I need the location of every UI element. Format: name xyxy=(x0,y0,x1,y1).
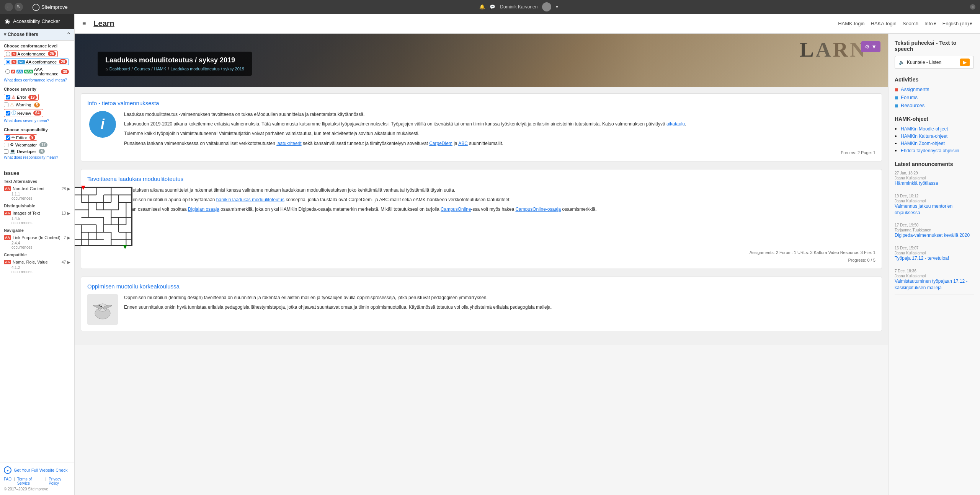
ann3-link[interactable]: Digipeda-valmennukset kevällä 2020 xyxy=(895,232,974,239)
breadcrumb-page[interactable]: Laadukas moduulitoteutus / syksy 2019 xyxy=(170,67,244,71)
info-circle-icon: i xyxy=(89,111,116,138)
webmaster-checkbox[interactable] xyxy=(4,143,8,147)
faq-link[interactable]: FAQ xyxy=(4,477,11,485)
ann1-link[interactable]: Hämminkiä työtilassa xyxy=(895,180,974,187)
language-dropdown[interactable]: English (en) ▾ xyxy=(942,21,972,26)
images-of-text-item[interactable]: AA Images of Text 13 ▶ xyxy=(4,210,70,217)
ann2-link[interactable]: Valmennus jatkuu mentorien ohjauksessa xyxy=(895,203,974,216)
privacy-link[interactable]: Privacy Policy xyxy=(49,477,70,485)
section1-link[interactable]: Info - tietoa valmennuksesta xyxy=(87,100,875,106)
browser-logo: ◯ Siteimprove xyxy=(32,3,68,11)
hamk-login-link[interactable]: HAMK-login xyxy=(838,21,864,26)
right-sidebar: Teksti puheeksi - Text to speech 🔈 Kuunt… xyxy=(888,34,980,495)
hamkin-link[interactable]: hamkin laadukas moduulitoteutus xyxy=(216,197,284,202)
section2-link[interactable]: Tavoitteena laadukas moduulitoteutus xyxy=(87,176,875,182)
aaa-badge-aaa: AAA xyxy=(24,70,33,73)
resources-activity: ◼ Resources xyxy=(895,103,974,108)
assignments-link[interactable]: Assignments xyxy=(901,86,929,92)
hamk-kaltura-link[interactable]: HAMKin Kaltura-ohjeet xyxy=(901,134,947,139)
non-text-content-item[interactable]: AA Non-text Content 28 ▶ xyxy=(4,185,70,192)
digiajan-link[interactable]: Digiajan osaaja xyxy=(188,207,219,212)
severity-help-link[interactable]: What does severity mean? xyxy=(4,119,70,123)
bird-svg xyxy=(89,296,116,323)
ann4-link[interactable]: Työpaja 17.12 - tervetuloa! xyxy=(895,255,974,262)
browser-close-button[interactable]: × xyxy=(970,4,975,10)
review-checkbox[interactable] xyxy=(6,111,10,116)
warning-label: Warning xyxy=(16,103,31,107)
notification-icon[interactable]: 🔔 xyxy=(479,4,485,10)
editor-checkbox[interactable] xyxy=(6,135,10,140)
editor-responsibility-item[interactable]: ✏ Editor 9 xyxy=(4,134,70,141)
aaa-conformance-item[interactable]: A AA AAA AAA conformance 38 xyxy=(4,67,70,77)
images-label: Images of Text xyxy=(13,211,40,215)
responsibility-help-link[interactable]: What does responsibility mean? xyxy=(4,155,70,160)
campusonline1-link[interactable]: CampusOnline xyxy=(441,207,471,212)
filter-toggle[interactable]: ▿ Choose filters ⌃ xyxy=(0,29,74,41)
aa-conformance-radio[interactable] xyxy=(6,60,10,64)
warning-icon: ⚠ xyxy=(10,102,14,107)
developer-responsibility-item[interactable]: 💻 Developer 4 xyxy=(4,149,70,154)
aaa-conformance-radio[interactable] xyxy=(5,69,10,74)
a-conformance-item[interactable]: A A conformance 25 xyxy=(4,50,70,57)
full-check-link[interactable]: ● Get Your Full Website Check xyxy=(4,466,70,474)
name-role-item[interactable]: AA Name, Role, Value 47 ▶ xyxy=(4,259,70,265)
forums-icon: ◼ xyxy=(895,95,898,100)
tts-play-button[interactable]: ▶ xyxy=(960,59,970,66)
navigable-category: Navigable AA Link Purpose (In Context) 7… xyxy=(4,228,70,249)
haka-login-link[interactable]: HAKA-login xyxy=(871,21,897,26)
issues-section: Issues Text Alternatives AA Non-text Con… xyxy=(0,167,74,280)
footer-links: FAQ | Terms of Service | Privacy Policy xyxy=(4,477,70,485)
hamk-moodle-link[interactable]: HAMKin Moodle-ohjeet xyxy=(901,126,948,132)
breadcrumb-dashboard[interactable]: Dashboard xyxy=(109,67,130,71)
resources-link[interactable]: Resources xyxy=(901,103,924,108)
non-text-sub: 1.1.1 xyxy=(11,192,70,196)
center-content: L A R N Laadukas moduulitoteutus / syksy… xyxy=(75,34,888,495)
campusonline2-link[interactable]: CampusOnline-osaaja xyxy=(515,207,561,212)
back-button[interactable]: ← xyxy=(5,3,13,11)
a-badge: A xyxy=(11,52,16,56)
error-checkbox[interactable] xyxy=(6,95,10,99)
breadcrumb-courses[interactable]: Courses xyxy=(134,67,150,71)
filter-section-label: ▿ Choose filters xyxy=(4,32,38,37)
hamburger-icon[interactable]: ≡ xyxy=(82,20,86,27)
developer-icon: 💻 xyxy=(10,149,15,154)
error-severity-item[interactable]: ⚠ Error 19 xyxy=(4,94,70,101)
section3-link[interactable]: Oppimisen muotoilu korkeakoulussa xyxy=(87,283,875,290)
conformance-filter-group: Choose conformance level A A conformance… xyxy=(4,44,70,82)
message-icon[interactable]: 💬 xyxy=(490,4,495,10)
carpediem-link[interactable]: CarpeDiem xyxy=(429,141,452,146)
a-conformance-radio[interactable] xyxy=(6,52,10,56)
review-severity-item[interactable]: ⓘ Review 64 xyxy=(4,109,70,117)
course-sections: Info - tietoa valmennuksesta i Laadukas … xyxy=(75,87,888,345)
webmaster-responsibility-item[interactable]: ⚙ Webmaster 17 xyxy=(4,142,70,147)
aikataulu-link[interactable]: aikataulu xyxy=(666,121,685,127)
activities-title: Activities xyxy=(895,77,974,83)
tos-link[interactable]: Terms of Service xyxy=(17,477,43,485)
breadcrumb-hamk[interactable]: HAMK xyxy=(154,67,167,71)
abc-link[interactable]: ABC xyxy=(458,141,468,146)
site-logo[interactable]: Learn xyxy=(93,19,114,28)
link-purpose-item[interactable]: AA Link Purpose (In Context) 7 ▶ xyxy=(4,234,70,241)
ann5-link[interactable]: Valmistautuminen työpajaan 17.12 - käsik… xyxy=(895,278,974,291)
refresh-button[interactable]: ↻ xyxy=(15,3,23,11)
conformance-help-link[interactable]: What does conformance level mean? xyxy=(4,78,70,82)
forums-link[interactable]: Forums xyxy=(901,94,918,100)
hamk-ehdota-item: Ehdota täydennystä ohjeisiin xyxy=(901,148,974,153)
warning-checkbox[interactable] xyxy=(4,103,8,107)
announcement-4: 16 Dec, 15:07 Jaana Kullaslampi Työpaja … xyxy=(895,246,974,265)
user-dropdown-icon[interactable]: ▾ xyxy=(556,4,558,10)
section2-icon: ▼ xyxy=(87,187,118,248)
search-link[interactable]: Search xyxy=(903,21,918,26)
hamk-widget: HAMK-ohjeet HAMKin Moodle-ohjeet HAMKin … xyxy=(895,116,974,153)
hamk-zoom-link[interactable]: HAMKin Zoom-ohjeet xyxy=(901,141,945,146)
developer-checkbox[interactable] xyxy=(4,149,8,154)
warning-severity-item[interactable]: ⚠ Warning 5 xyxy=(4,102,70,107)
hamk-ehdota-link[interactable]: Ehdota täydennystä ohjeisiin xyxy=(901,148,959,153)
tts-title: Teksti puheeksi - Text to speech xyxy=(895,40,974,52)
hero-settings-button[interactable]: ⚙ ▼ xyxy=(861,41,880,52)
link-label: Link Purpose (In Context) xyxy=(13,235,60,240)
hamk-links-list: HAMKin Moodle-ohjeet HAMKin Kaltura-ohje… xyxy=(895,126,974,153)
laatukriteerit-link[interactable]: laatukriteerit xyxy=(276,141,301,146)
aa-conformance-item[interactable]: A AA AA conformance 29 xyxy=(4,59,70,65)
info-dropdown[interactable]: Info ▾ xyxy=(924,21,936,26)
